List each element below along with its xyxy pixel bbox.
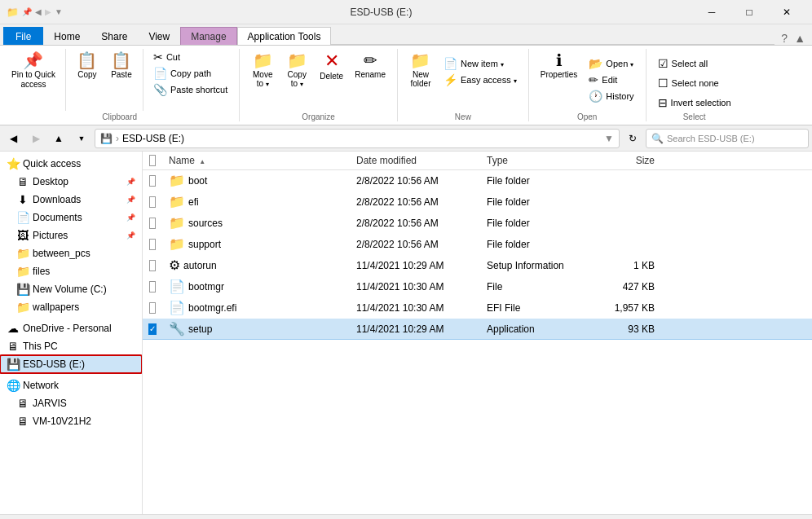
address-dropdown-icon[interactable]: ▼	[604, 133, 614, 144]
paste-shortcut-icon: 📎	[153, 83, 167, 96]
select-all-icon: ☑	[658, 57, 669, 70]
breadcrumb-separator: ›	[116, 133, 119, 144]
file-row-support[interactable]: 📁support 2/8/2022 10:56 AM File folder	[143, 234, 812, 255]
collapse-ribbon-icon[interactable]: ▲	[794, 32, 805, 45]
tab-manage[interactable]: Manage	[180, 27, 236, 45]
forward-icon-small: ▶	[45, 7, 51, 16]
file-list: Name ▲ Date modified Type Size 📁boot 2/8…	[143, 152, 812, 514]
tab-home[interactable]: Home	[43, 27, 90, 45]
forward-button[interactable]: ▶	[26, 129, 46, 148]
checkbox-efi[interactable]	[149, 196, 156, 208]
header-name[interactable]: Name ▲	[162, 155, 350, 166]
large-icons-view-button[interactable]	[788, 516, 805, 520]
sidebar-item-vm[interactable]: 🖥 VM-10V21H2	[0, 412, 142, 430]
folder-icon: 📁	[169, 194, 185, 209]
open-button[interactable]: 📂 Open ▾	[584, 55, 638, 72]
title-bar: 📁 📌 ◀ ▶ ▼ ESD-USB (E:) ─ □ ✕	[0, 0, 812, 24]
back-button[interactable]: ◀	[3, 129, 23, 148]
paste-button[interactable]: 📋 Paste	[105, 49, 138, 82]
maximize-button[interactable]: □	[730, 0, 768, 24]
header-size[interactable]: Size	[602, 155, 668, 166]
copy-path-button[interactable]: 📄 Copy path	[148, 65, 232, 81]
recent-locations-button[interactable]: ▼	[72, 129, 91, 148]
file-row-bootmgr-efi[interactable]: 📄bootmgr.efi 11/4/2021 10:30 AM EFI File…	[143, 297, 812, 319]
move-to-button[interactable]: 📁 Moveto ▾	[246, 49, 279, 91]
folder-icon: 📁	[169, 173, 185, 188]
minimize-button[interactable]: ─	[693, 0, 730, 24]
new-item-button[interactable]: 📄 New item ▾	[439, 55, 522, 72]
sidebar-item-between-pcs[interactable]: 📁 between_pcs	[0, 244, 142, 262]
sidebar-item-onedrive[interactable]: ☁ OneDrive - Personal	[0, 319, 142, 337]
tab-application-tools[interactable]: Application Tools	[237, 27, 332, 45]
wallpapers-label: wallpapers	[33, 301, 79, 313]
select-all-checkbox[interactable]	[149, 155, 156, 166]
close-button[interactable]: ✕	[768, 0, 805, 24]
file-row-autorun[interactable]: ⚙autorun 11/4/2021 10:29 AM Setup Inform…	[143, 255, 812, 276]
help-icon[interactable]: ?	[781, 32, 788, 45]
refresh-button[interactable]: ↻	[623, 129, 642, 148]
between-pcs-icon: 📁	[16, 247, 29, 260]
navigation-bar: ◀ ▶ ▲ ▼ 💾 › ESD-USB (E:) ▼ ↻ 🔍 Search ES…	[0, 125, 812, 152]
sidebar-item-pictures[interactable]: 🖼 Pictures 📌	[0, 227, 142, 244]
sidebar-item-network[interactable]: 🌐 Network	[0, 376, 142, 394]
sidebar-item-documents[interactable]: 📄 Documents 📌	[0, 209, 142, 227]
checkbox-boot[interactable]	[149, 175, 156, 187]
delete-button[interactable]: ✕ Delete	[315, 49, 348, 84]
ribbon-group-clipboard: 📌 Pin to Quickaccess 📋 Copy 📋 Paste ✂ Cu…	[0, 49, 240, 121]
cut-button[interactable]: ✂ Cut	[148, 49, 232, 65]
details-view-button[interactable]	[766, 516, 784, 520]
new-item-icon: 📄	[444, 57, 457, 70]
history-button[interactable]: 🕐 History	[584, 88, 638, 104]
easy-access-button[interactable]: ⚡ Easy access ▾	[439, 72, 522, 88]
sidebar: ⭐ Quick access 🖥 Desktop 📌 ⬇ Downloads 📌…	[0, 152, 143, 514]
properties-button[interactable]: ℹ Properties	[536, 49, 583, 82]
file-row-sources[interactable]: 📁sources 2/8/2022 10:56 AM File folder	[143, 213, 812, 234]
search-bar[interactable]: 🔍 Search ESD-USB (E:)	[646, 129, 809, 148]
delete-icon: ✕	[324, 52, 339, 70]
address-bar[interactable]: 💾 › ESD-USB (E:) ▼	[95, 129, 620, 148]
copy-to-button[interactable]: 📁 Copyto ▾	[280, 49, 313, 91]
tab-view[interactable]: View	[138, 27, 180, 45]
organize-label: Organize	[302, 112, 335, 121]
select-label: Select	[683, 112, 706, 121]
sidebar-item-downloads[interactable]: ⬇ Downloads 📌	[0, 191, 142, 209]
checkbox-sources[interactable]	[149, 218, 156, 229]
tab-share[interactable]: Share	[90, 27, 138, 45]
sidebar-item-esd-usb[interactable]: 💾 ESD-USB (E:)	[0, 355, 142, 373]
sidebar-item-this-pc[interactable]: 🖥 This PC	[0, 337, 142, 355]
checkbox-support[interactable]	[149, 239, 156, 250]
header-check[interactable]	[143, 155, 162, 166]
checkbox-bootmgr-efi[interactable]	[149, 302, 156, 314]
select-all-button[interactable]: ☑ Select all	[653, 55, 736, 72]
efi-icon: 📄	[169, 300, 185, 315]
sidebar-item-jarvis[interactable]: 🖥 JARVIS	[0, 394, 142, 412]
paste-shortcut-button[interactable]: 📎 Paste shortcut	[148, 81, 232, 98]
checkbox-autorun[interactable]	[149, 260, 156, 271]
copy-button[interactable]: 📋 Copy	[71, 49, 104, 82]
file-row-efi[interactable]: 📁efi 2/8/2022 10:56 AM File folder	[143, 191, 812, 213]
new-content: 📁 Newfolder 📄 New item ▾ ⚡ Easy access ▾	[404, 49, 522, 111]
tab-file[interactable]: File	[3, 27, 43, 45]
checkbox-setup[interactable]: ✓	[148, 323, 157, 335]
file-row-bootmgr[interactable]: 📄bootmgr 11/4/2021 10:30 AM File 427 KB	[143, 276, 812, 297]
checkbox-bootmgr[interactable]	[149, 281, 156, 292]
file-row-setup[interactable]: ✓ 🔧setup 11/4/2021 10:29 AM Application …	[143, 319, 812, 340]
sidebar-item-wallpapers[interactable]: 📁 wallpapers	[0, 298, 142, 316]
pin-to-quick-access-button[interactable]: 📌 Pin to Quickaccess	[7, 49, 60, 93]
up-button[interactable]: ▲	[49, 129, 68, 148]
invert-selection-button[interactable]: ⊟ Invert selection	[653, 95, 736, 111]
file-row-boot[interactable]: 📁boot 2/8/2022 10:56 AM File folder	[143, 170, 812, 191]
header-date[interactable]: Date modified	[350, 155, 480, 166]
sidebar-item-quick-access[interactable]: ⭐ Quick access	[0, 155, 142, 173]
edit-button[interactable]: ✏ Edit	[584, 72, 638, 88]
rename-button[interactable]: ✏ Rename	[350, 49, 391, 82]
sidebar-item-files[interactable]: 📁 files	[0, 262, 142, 280]
downloads-icon: ⬇	[16, 193, 29, 206]
header-type[interactable]: Type	[480, 155, 602, 166]
ribbon-group-organize: 📁 Moveto ▾ 📁 Copyto ▾ ✕ Delete ✏ Rename …	[240, 49, 398, 121]
sidebar-item-new-volume[interactable]: 💾 New Volume (C:)	[0, 280, 142, 298]
select-none-button[interactable]: ☐ Select none	[653, 75, 736, 91]
new-folder-icon: 📁	[410, 52, 430, 68]
sidebar-item-desktop[interactable]: 🖥 Desktop 📌	[0, 173, 142, 191]
new-folder-button[interactable]: 📁 Newfolder	[404, 49, 437, 91]
